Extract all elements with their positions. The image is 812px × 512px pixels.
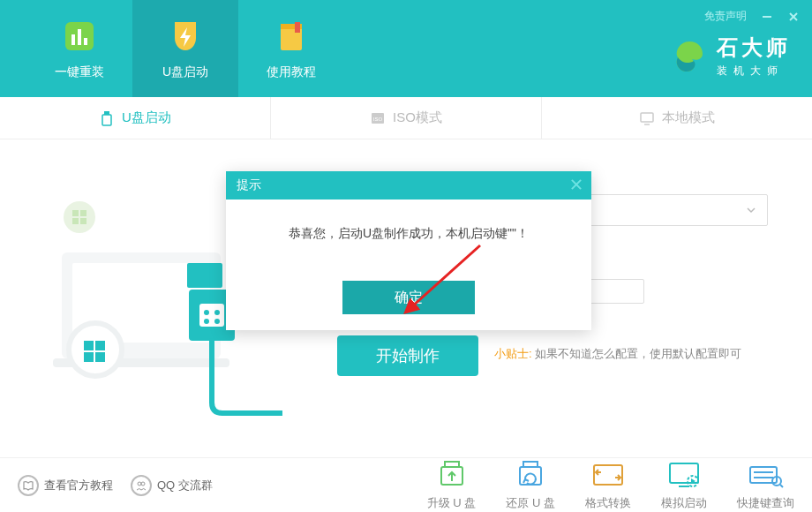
chevron-down-icon	[746, 205, 756, 215]
link-label: QQ 交流群	[157, 478, 213, 493]
tool-buttons: 升级 U 盘 还原 U 盘 格式转换 模拟启动 快捷键查询	[427, 460, 794, 511]
book-open-icon	[18, 475, 39, 496]
tab-label: U盘启动	[162, 64, 208, 80]
bottom-links: 查看官方教程 QQ 交流群	[18, 475, 213, 496]
svg-point-26	[204, 319, 209, 324]
svg-rect-2	[78, 29, 81, 45]
svg-line-42	[780, 485, 783, 487]
monitor-play-icon	[666, 460, 702, 490]
subtab-label: U盘启动	[122, 109, 171, 126]
tab-tutorial[interactable]: 使用教程	[238, 0, 344, 97]
svg-text:ISO: ISO	[373, 117, 383, 122]
monitor-icon	[639, 110, 655, 126]
success-modal: 提示 恭喜您，启动U盘制作成功，本机启动键""！ 确定	[226, 171, 591, 330]
subtab-local[interactable]: 本地模式	[542, 97, 812, 139]
tip-label: 小贴士:	[494, 347, 532, 360]
tool-label: 模拟启动	[661, 495, 707, 511]
tool-format-convert[interactable]: 格式转换	[585, 460, 631, 511]
tab-usb-boot[interactable]: U盘启动	[132, 0, 238, 97]
svg-point-29	[141, 482, 145, 486]
window-controls: 免责声明	[704, 9, 800, 24]
disclaimer-link[interactable]: 免责声明	[704, 9, 747, 24]
svg-point-25	[214, 310, 220, 315]
svg-rect-6	[295, 22, 300, 33]
brand-subtitle: 装机大师	[717, 64, 791, 79]
modal-ok-button[interactable]: 确定	[342, 281, 475, 314]
tab-label: 使用教程	[267, 64, 316, 80]
close-button[interactable]	[787, 11, 800, 23]
modal-ok-label: 确定	[395, 289, 423, 307]
qq-group-link[interactable]: QQ 交流群	[131, 475, 213, 496]
tool-label: 格式转换	[585, 495, 631, 511]
tool-simulate-boot[interactable]: 模拟启动	[661, 460, 707, 511]
svg-point-27	[214, 319, 220, 324]
subtab-label: ISO模式	[393, 109, 442, 126]
svg-rect-14	[641, 113, 653, 122]
subtab-usb-boot[interactable]: U盘启动	[0, 97, 271, 139]
minimize-button[interactable]	[761, 11, 773, 23]
book-icon	[272, 17, 311, 56]
app-header: 一键重装 U盘启动 使用教程 免责声明 石大师 装机大师	[0, 0, 812, 97]
keyboard-search-icon	[748, 460, 784, 490]
svg-rect-11	[102, 115, 111, 125]
svg-point-24	[204, 310, 209, 315]
tool-restore-usb[interactable]: 还原 U 盘	[506, 460, 555, 511]
svg-rect-1	[71, 34, 75, 45]
svg-rect-35	[670, 463, 698, 483]
tool-label: 快捷键查询	[737, 495, 794, 511]
tab-reinstall[interactable]: 一键重装	[26, 0, 132, 97]
start-make-button[interactable]: 开始制作	[337, 335, 478, 376]
usb-up-icon	[434, 460, 470, 490]
tool-upgrade-usb[interactable]: 升级 U 盘	[427, 460, 477, 511]
tip-body: 如果不知道怎么配置，使用默认配置即可	[535, 347, 741, 360]
sub-tabs: U盘启动 ISO ISO模式 本地模式	[0, 97, 812, 139]
shield-lightning-icon	[166, 17, 205, 56]
tool-label: 还原 U 盘	[506, 495, 555, 511]
header-tabs: 一键重装 U盘启动 使用教程	[0, 0, 344, 97]
close-icon	[568, 177, 584, 192]
people-icon	[131, 475, 152, 496]
brand-name: 石大师	[717, 34, 791, 62]
svg-rect-21	[187, 263, 222, 288]
link-label: 查看官方教程	[44, 478, 113, 493]
svg-point-28	[138, 482, 141, 486]
subtab-iso[interactable]: ISO ISO模式	[271, 97, 542, 139]
modal-title: 提示	[237, 177, 261, 193]
official-tutorial-link[interactable]: 查看官方教程	[18, 475, 113, 496]
usb-restore-icon	[513, 460, 548, 490]
svg-point-19	[64, 201, 95, 233]
tip-text: 小贴士: 如果不知道怎么配置，使用默认配置即可	[494, 346, 741, 362]
subtab-label: 本地模式	[662, 109, 715, 126]
start-make-label: 开始制作	[376, 345, 440, 366]
tab-label: 一键重装	[55, 64, 104, 80]
iso-icon: ISO	[370, 110, 386, 126]
bottom-bar: 查看官方教程 QQ 交流群 升级 U 盘 还原 U 盘 格式转换 模拟启动 快捷…	[0, 457, 812, 512]
modal-close-button[interactable]	[568, 177, 584, 192]
svg-rect-23	[199, 304, 224, 327]
modal-message: 恭喜您，启动U盘制作成功，本机启动键""！	[226, 200, 591, 263]
bar-chart-icon	[60, 17, 99, 56]
usb-icon	[99, 110, 115, 126]
svg-rect-3	[84, 38, 87, 45]
brand-logo-icon	[671, 38, 708, 75]
modal-header: 提示	[226, 171, 591, 200]
convert-icon	[590, 460, 626, 490]
tool-label: 升级 U 盘	[427, 495, 477, 511]
brand-block: 石大师 装机大师	[671, 34, 791, 79]
tool-hotkey-lookup[interactable]: 快捷键查询	[737, 460, 794, 511]
